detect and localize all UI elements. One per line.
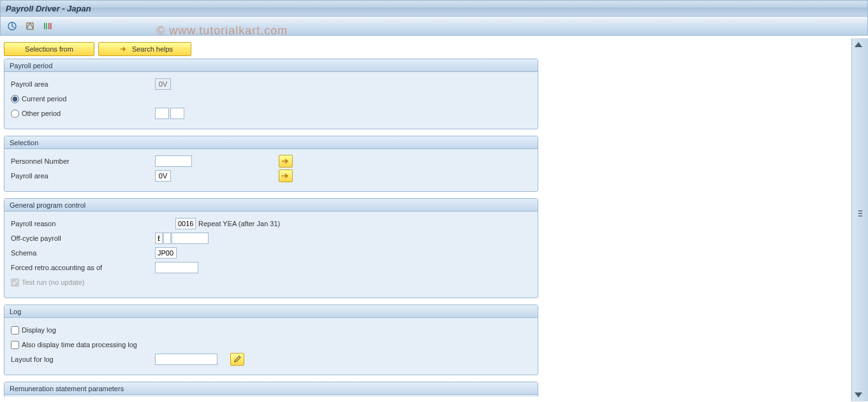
personnel-number-field[interactable] [155,155,192,167]
payroll-area-label: Payroll area [11,172,155,180]
test-run-label: Test run (no update) [22,278,84,286]
svg-rect-5 [50,23,52,29]
content-area: Selections from Search helps Payroll per… [0,38,851,397]
yellow-button-bar: Selections from Search helps [4,42,847,56]
other-period-field-1[interactable] [155,108,169,119]
scroll-down-icon[interactable] [855,392,862,398]
forced-retro-label: Forced retro.accounting as of [11,264,155,271]
app-toolbar [0,17,868,36]
window: Payroll Driver - Japan © www.tutorialkar… [0,0,868,402]
multiple-selection-icon[interactable] [279,155,293,168]
layout-log-label: Layout for log [11,355,155,363]
vertical-scrollbar[interactable] [851,38,868,401]
edit-icon[interactable] [230,353,244,366]
svg-rect-4 [48,23,50,29]
other-period-label: Other period [22,110,61,117]
also-display-checkbox[interactable]: Also display time data processing log [11,341,137,349]
bars-icon[interactable] [41,20,54,32]
execute-icon[interactable] [6,20,18,32]
group-title: Log [10,308,21,315]
payroll-area-field[interactable] [155,170,171,182]
also-display-label: Also display time data processing log [22,341,137,348]
group-selection: Selection Personnel Number . Payroll are… [4,136,538,192]
other-period-field-2[interactable] [170,108,184,119]
search-helps-label: Search helps [132,45,173,53]
group-title: General program control [10,201,85,209]
svg-rect-2 [44,23,45,29]
page-title: Payroll Driver - Japan [6,4,91,13]
test-run-checkbox: Test run (no update) [11,278,84,287]
arrow-right-icon [119,46,128,52]
payroll-reason-text: Repeat YEA (after Jan 31) [198,220,280,227]
group-general: General program control Payroll reason R… [4,198,538,298]
forced-retro-field[interactable] [155,262,198,273]
payroll-area-label: Payroll area [11,80,155,88]
payroll-reason-label: Payroll reason [11,220,175,227]
titlebar: Payroll Driver - Japan [0,0,868,17]
offcycle-field-1[interactable] [155,233,163,244]
variant-icon[interactable] [24,20,36,32]
schema-label: Schema [11,249,155,257]
payroll-reason-code[interactable] [175,218,196,229]
search-helps-button[interactable]: Search helps [98,42,191,56]
display-log-label: Display log [22,326,56,334]
scroll-grip-icon[interactable] [858,209,862,226]
payroll-area-value [155,78,171,90]
display-log-checkbox[interactable]: Display log [11,326,56,334]
selections-from-button[interactable]: Selections from [4,42,94,56]
svg-rect-3 [46,23,47,29]
other-period-radio[interactable]: Other period [11,110,155,118]
current-period-radio[interactable]: Current period [11,95,66,103]
offcycle-label: Off-cycle payroll [11,234,155,242]
group-title: Remuneration statement parameters [10,385,124,392]
multiple-selection-icon[interactable] [279,169,293,182]
group-title: Selection [10,139,38,147]
group-log: Log Display log Also display time data p… [4,305,538,375]
offcycle-field-3[interactable] [172,233,209,244]
schema-field[interactable] [155,247,177,259]
offcycle-field-2[interactable] [163,233,171,244]
current-period-label: Current period [22,95,66,103]
group-remuneration: Remuneration statement parameters Layout… [4,382,538,397]
personnel-number-label: Personnel Number [11,157,155,165]
layout-log-field[interactable] [155,354,217,365]
group-payroll-period: Payroll period Payroll area Current peri… [4,59,538,129]
selections-from-label: Selections from [25,45,73,53]
scroll-up-icon[interactable] [855,42,862,47]
group-title: Payroll period [10,62,52,69]
